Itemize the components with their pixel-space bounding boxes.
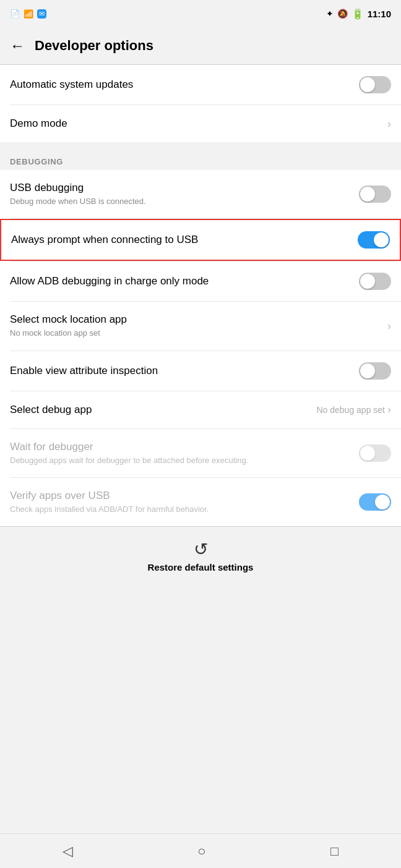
toggle-thumb — [360, 364, 375, 378]
usb-debugging-subtitle: Debug mode when USB is connected. — [10, 196, 351, 207]
debugging-section: DEBUGGING USB debugging Debug mode when … — [0, 147, 401, 526]
wait-for-debugger-subtitle: Debugged apps wait for debugger to be at… — [10, 455, 351, 466]
time-display: 11:10 — [368, 9, 391, 19]
restore-icon: ↺ — [194, 539, 208, 560]
navigation-bar: ◁ ○ □ — [0, 833, 401, 868]
mock-location-subtitle: No mock location app set — [10, 328, 380, 339]
top-settings-group: Automatic system updates Demo mode › — [0, 65, 401, 142]
usb-debugging-item[interactable]: USB debugging Debug mode when USB is con… — [0, 170, 401, 218]
wait-for-debugger-toggle — [359, 445, 391, 462]
bluetooth-icon: ✦ — [326, 9, 334, 19]
toggle-thumb — [360, 274, 375, 289]
mock-location-chevron: › — [387, 320, 391, 333]
verify-apps-usb-toggle — [359, 493, 391, 511]
page-title: Developer options — [35, 38, 153, 54]
toggle-thumb — [374, 232, 389, 247]
select-debug-app-chevron: › — [387, 403, 391, 416]
verify-apps-usb-subtitle: Check apps installed via ADB/ADT for har… — [10, 504, 351, 515]
verify-apps-usb-item: Verify apps over USB Check apps installe… — [0, 478, 401, 526]
always-prompt-usb-toggle[interactable] — [358, 231, 390, 249]
mock-location-item[interactable]: Select mock location app No mock locatio… — [0, 302, 401, 350]
always-prompt-usb-label: Always prompt when connecting to USB — [11, 233, 350, 247]
always-prompt-usb-item[interactable]: Always prompt when connecting to USB — [0, 219, 401, 261]
select-debug-app-value: No debug app set — [316, 405, 385, 415]
view-attribute-label: Enable view attribute inspection — [10, 364, 351, 378]
toggle-thumb — [360, 77, 375, 92]
debugging-section-label: DEBUGGING — [0, 147, 401, 170]
verify-apps-usb-label: Verify apps over USB — [10, 489, 351, 503]
select-debug-app-label: Select debug app — [10, 403, 309, 417]
mock-location-label: Select mock location app — [10, 313, 380, 326]
automatic-system-updates-toggle[interactable] — [359, 76, 391, 93]
adb-charge-only-label: Allow ADB debugging in charge only mode — [10, 274, 351, 288]
view-attribute-toggle[interactable] — [359, 362, 391, 380]
mute-icon: 🔕 — [337, 9, 348, 19]
demo-mode-chevron: › — [387, 117, 391, 130]
battery-icon: 🔋 — [351, 8, 364, 20]
sim-icon: 📄 — [10, 9, 20, 19]
toggle-thumb — [375, 495, 390, 509]
back-button[interactable]: ← — [10, 37, 25, 54]
debugging-settings-group: USB debugging Debug mode when USB is con… — [0, 170, 401, 526]
automatic-system-updates-item[interactable]: Automatic system updates — [0, 65, 401, 104]
wait-for-debugger-item: Wait for debugger Debugged apps wait for… — [0, 429, 401, 477]
demo-mode-item[interactable]: Demo mode › — [0, 105, 401, 142]
demo-mode-label: Demo mode — [10, 117, 380, 130]
usb-debugging-label: USB debugging — [10, 181, 351, 195]
view-attribute-item[interactable]: Enable view attribute inspection — [0, 351, 401, 391]
restore-label: Restore default settings — [148, 562, 254, 572]
status-right-icons: ✦ 🔕 🔋 11:10 — [326, 8, 391, 20]
toggle-thumb — [360, 187, 375, 202]
usb-debugging-toggle[interactable] — [359, 185, 391, 203]
nav-back-button[interactable]: ◁ — [63, 843, 73, 859]
nav-home-button[interactable]: ○ — [197, 843, 205, 859]
wait-for-debugger-label: Wait for debugger — [10, 440, 351, 454]
page-header: ← Developer options — [0, 27, 401, 64]
app-icon: ✉ — [37, 9, 46, 19]
status-bar: 📄 📶 ✉ ✦ 🔕 🔋 11:10 — [0, 0, 401, 27]
restore-default-bar[interactable]: ↺ Restore default settings — [0, 526, 401, 579]
automatic-system-updates-label: Automatic system updates — [10, 78, 351, 91]
nav-recent-button[interactable]: □ — [330, 843, 338, 859]
status-left-icons: 📄 📶 ✉ — [10, 9, 46, 19]
toggle-thumb — [360, 446, 375, 461]
adb-charge-only-item[interactable]: Allow ADB debugging in charge only mode — [0, 262, 401, 301]
select-debug-app-item[interactable]: Select debug app No debug app set › — [0, 391, 401, 428]
adb-charge-only-toggle[interactable] — [359, 273, 391, 290]
wifi-icon: 📶 — [24, 9, 33, 19]
